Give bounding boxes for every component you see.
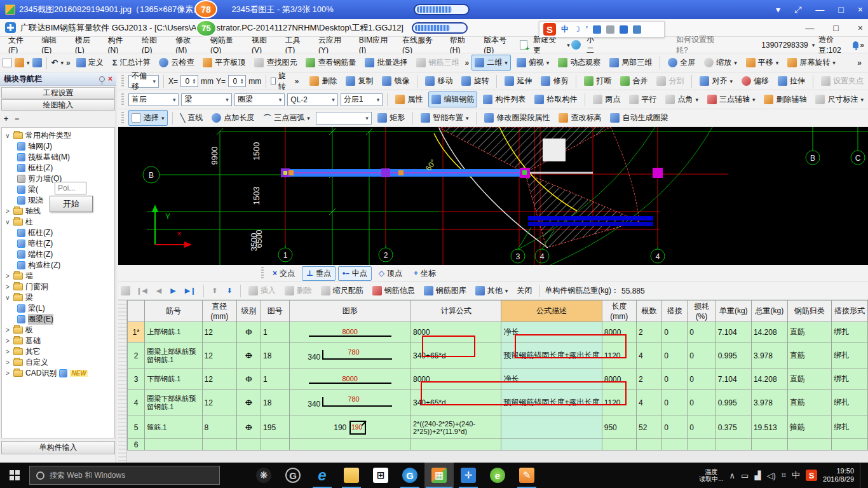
- row1-unit[interactable]: 7.104: [715, 322, 751, 342]
- offset-button[interactable]: 偏移: [738, 73, 772, 89]
- row5-dia[interactable]: 8: [202, 416, 236, 439]
- row6-level[interactable]: [236, 439, 261, 451]
- col-length[interactable]: 长度(mm): [602, 301, 636, 322]
- open-file-caret-icon[interactable]: ▾: [27, 60, 30, 66]
- row5-lapform[interactable]: 绑扎: [832, 416, 868, 439]
- snap-intersection-button[interactable]: ×交点: [268, 266, 299, 281]
- row2-qty[interactable]: 4: [636, 342, 661, 369]
- viewer-restore-button[interactable]: □: [838, 4, 843, 15]
- row3-level[interactable]: Φ: [245, 374, 252, 384]
- tray-network-icon[interactable]: ▟: [754, 471, 761, 480]
- tree-item-hidden-column[interactable]: 暗柱(Z): [2, 238, 114, 249]
- row4-unit[interactable]: 0.995: [715, 390, 751, 416]
- row6-unit[interactable]: [715, 439, 751, 451]
- view-rebar-qty-button[interactable]: 查看钢筋量: [302, 55, 359, 71]
- point-length-button[interactable]: 点加长度: [208, 110, 257, 126]
- local-3d-button[interactable]: 局部三维: [606, 55, 655, 71]
- top-view-button[interactable]: 俯视▾: [513, 55, 553, 71]
- delete-row-button[interactable]: 删除: [281, 283, 315, 299]
- offset-combo[interactable]: 不偏移▾: [128, 75, 159, 88]
- start-button[interactable]: [0, 463, 29, 488]
- move-button[interactable]: 移动: [422, 73, 456, 89]
- show-desktop-button[interactable]: [860, 463, 863, 488]
- row2-loss[interactable]: 0: [688, 342, 715, 369]
- merge-button[interactable]: 合并: [617, 73, 651, 89]
- rebar-info-button[interactable]: 钢筋信息: [369, 283, 418, 299]
- row5-formula[interactable]: 2*((240-2*25)+(240-2*25))+2*(11.9*d): [410, 416, 501, 439]
- row6-dia[interactable]: [202, 439, 236, 451]
- row5-loss[interactable]: 0: [688, 416, 715, 439]
- row1-desc[interactable]: 净长: [501, 322, 602, 342]
- tray-sogou-icon[interactable]: S: [806, 470, 817, 481]
- axis-bubble-4b[interactable]: 4: [656, 252, 660, 261]
- new-change-caret-icon[interactable]: ▾: [567, 42, 570, 48]
- modify-ringbeam-props-button[interactable]: 修改圈梁段属性: [481, 110, 553, 126]
- ime-skin-icon[interactable]: [620, 25, 628, 34]
- row5-qty[interactable]: 52: [636, 416, 661, 439]
- row1-qty[interactable]: 2: [636, 322, 661, 342]
- modify-overflow-chevron[interactable]: »: [295, 77, 299, 86]
- row4-lapform[interactable]: 绑扎: [832, 390, 868, 416]
- col-formula-desc[interactable]: 公式描述: [501, 301, 602, 322]
- last-row-button[interactable]: ▶❙: [182, 287, 200, 295]
- phone-number[interactable]: 13907298339: [761, 41, 808, 50]
- cad-canvas[interactable]: Y × 9900 1500 1503 3500 6500 60°: [118, 127, 868, 265]
- edit-rebar-button[interactable]: 编辑钢筋: [428, 92, 477, 107]
- snap-perpendicular-button[interactable]: ⊥垂点: [302, 266, 336, 281]
- insert-row-button[interactable]: 插入: [245, 283, 279, 299]
- view-2d-button[interactable]: 二维▾: [471, 55, 511, 71]
- viewer-close-button[interactable]: ×: [858, 4, 863, 15]
- row5-len[interactable]: 950: [602, 416, 636, 439]
- tree-item-column-group[interactable]: ∨柱: [2, 217, 114, 227]
- row5-num[interactable]: 5: [128, 416, 145, 439]
- row1-dia[interactable]: 12: [202, 322, 236, 342]
- taskbar-store-icon[interactable]: ⊞: [366, 463, 395, 488]
- overlay-badge-78[interactable]: 78: [194, 0, 217, 18]
- open-file-icon[interactable]: [15, 58, 24, 67]
- project-settings-button[interactable]: 工程设置: [1, 87, 115, 98]
- check-elevation-button[interactable]: 查改标高: [555, 110, 604, 126]
- line-button[interactable]: ╲直线: [177, 110, 207, 126]
- floor-combo[interactable]: 首层▾: [128, 93, 179, 106]
- row5-unit[interactable]: 0.375: [715, 416, 751, 439]
- row4-class[interactable]: 直筋: [787, 390, 832, 416]
- row5-shape[interactable]: 190 190: [289, 416, 410, 439]
- row6-fig[interactable]: [261, 439, 289, 451]
- row6-loss[interactable]: [688, 439, 715, 451]
- expand-all-icon[interactable]: +: [4, 114, 8, 123]
- row5-desc[interactable]: [501, 416, 602, 439]
- arc-mode-combo[interactable]: ▾: [316, 112, 372, 125]
- row1-num[interactable]: 1*: [128, 322, 145, 342]
- y-input[interactable]: 0▲▼: [228, 75, 246, 87]
- grip-handle-4[interactable]: [653, 168, 663, 178]
- assistant-icon[interactable]: [571, 40, 581, 50]
- taskbar-search-box[interactable]: 搜索 Web 和 Windows: [29, 466, 220, 485]
- three-point-aux-axis-button[interactable]: 三点辅轴▾: [704, 92, 759, 107]
- row3-lap[interactable]: 0: [662, 369, 688, 390]
- draw-input-button[interactable]: 绘图输入: [1, 99, 115, 111]
- row3-loss[interactable]: 0: [688, 369, 715, 390]
- row2-desc[interactable]: 预留钢筋锚固长度+露出长度: [501, 342, 602, 369]
- row3-desc[interactable]: 净长: [501, 369, 602, 390]
- row1-name[interactable]: 上部钢筋.1: [145, 322, 202, 342]
- table-row-1[interactable]: 1* 上部钢筋.1 12 Φ 1 8000 8000 净长 8000 2 0 0…: [128, 322, 868, 342]
- screen-rotate-button[interactable]: 屏幕旋转▾: [784, 55, 839, 71]
- row3-formula[interactable]: 8000: [410, 369, 501, 390]
- component-list-button[interactable]: 构件列表: [480, 92, 529, 107]
- next-row-button[interactable]: ▶: [167, 287, 179, 295]
- cost-beans[interactable]: 造价豆:102: [818, 34, 849, 56]
- toolbar-overflow-chevron-2[interactable]: »: [465, 58, 469, 67]
- row5-lap[interactable]: 0: [662, 416, 688, 439]
- row2-len[interactable]: 1120: [602, 342, 636, 369]
- beam-lower[interactable]: [528, 216, 653, 220]
- ime-wrench-icon[interactable]: [633, 25, 641, 34]
- row3-fig[interactable]: 1: [261, 369, 289, 390]
- nav-close-icon[interactable]: ×: [108, 74, 112, 83]
- auto-generate-ringbeam-button[interactable]: 自动生成圈梁: [607, 110, 671, 126]
- stretch-button[interactable]: 拉伸: [775, 73, 808, 89]
- snap-vertex-button[interactable]: ◇顶点: [374, 266, 407, 281]
- row4-len[interactable]: 1120: [602, 390, 636, 416]
- viewer-minimize-button[interactable]: —: [815, 4, 824, 15]
- row1-formula[interactable]: 8000: [410, 322, 501, 342]
- dimension-button[interactable]: 尺寸标注▾: [812, 92, 867, 107]
